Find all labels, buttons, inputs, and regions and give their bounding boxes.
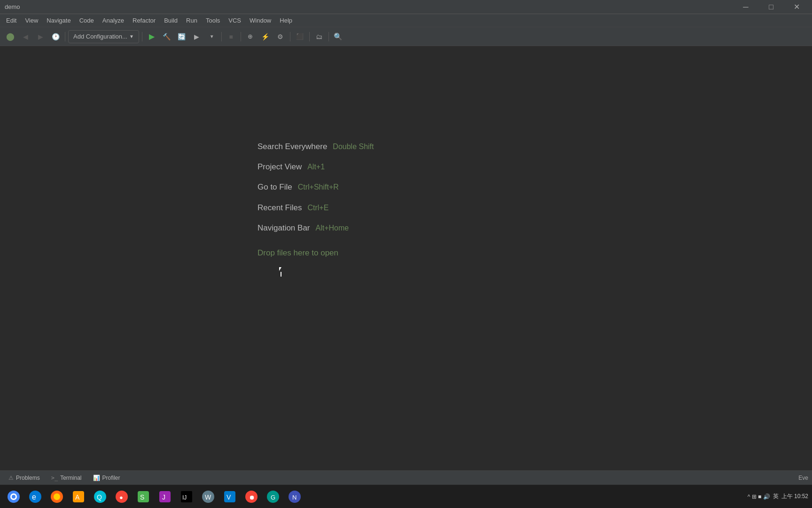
toolbar-separator-7 (328, 32, 329, 41)
toolbar-icon-left[interactable]: ⬤ (4, 30, 17, 43)
shortcut-navigation-bar[interactable]: Navigation Bar Alt+Home (258, 222, 374, 234)
taskbar-chrome[interactable] (4, 487, 23, 507)
taskbar-app7[interactable]: S (133, 487, 153, 507)
build-icon: 🔨 (163, 33, 171, 40)
problems-label: Problems (16, 475, 40, 481)
build-button[interactable]: 🔨 (160, 30, 173, 43)
settings-icon: ⚙ (277, 33, 283, 40)
svg-text:W: W (205, 493, 211, 501)
svg-text:Q: Q (97, 493, 102, 501)
menu-tools[interactable]: Tools (202, 15, 224, 26)
forward-icon: ▶ (38, 33, 43, 40)
recent-files-key: Ctrl+E (307, 202, 328, 214)
search-everywhere-button[interactable]: 🔍 (332, 30, 345, 43)
terminal-tab-icon: >_ (51, 475, 58, 481)
taskbar-edge[interactable]: e (25, 487, 45, 507)
taskbar-app6[interactable]: ● (112, 487, 132, 507)
shortcut-recent-files[interactable]: Recent Files Ctrl+E (258, 201, 374, 214)
stop-button[interactable]: ■ (225, 30, 238, 43)
stop-icon: ■ (229, 33, 233, 40)
menu-view[interactable]: View (21, 15, 42, 26)
svg-text:V: V (226, 493, 231, 501)
terminal-button[interactable]: ⬛ (293, 30, 306, 43)
menu-run[interactable]: Run (182, 15, 202, 26)
svg-point-6 (54, 493, 60, 500)
menu-vcs[interactable]: VCS (224, 15, 245, 26)
add-config-label: Add Configuration... (73, 33, 127, 40)
toolbar-separator-6 (309, 32, 310, 41)
nav-forward-button[interactable]: ▶ (34, 30, 47, 43)
close-button[interactable]: ✕ (786, 0, 807, 14)
search-everywhere-key: Double Shift (333, 141, 374, 153)
go-to-file-label: Go to File (258, 181, 292, 193)
shortcut-go-to-file[interactable]: Go to File Ctrl+Shift+R (258, 181, 374, 193)
nav-back-button[interactable]: ◀ (19, 30, 32, 43)
terminal-icon: ⬛ (296, 33, 304, 40)
taskbar-app5[interactable]: Q (90, 487, 110, 507)
project-structure-button[interactable]: 🗂 (312, 30, 326, 43)
menu-edit[interactable]: Edit (2, 15, 21, 26)
taskbar-app13[interactable]: G (263, 487, 283, 507)
svg-text:G: G (271, 494, 275, 501)
tray-icons: ^ ⊞ ■ 🔊 (748, 493, 770, 500)
profile-button[interactable]: ⚡ (259, 30, 272, 43)
drop-files-row: Drop files here to open (258, 242, 374, 259)
toolbar-separator-3 (221, 32, 222, 41)
search-everywhere-label: Search Everywhere (258, 140, 327, 153)
clock-time: 上午 10:52 (781, 492, 808, 500)
add-configuration-button[interactable]: Add Configuration... ▼ (68, 30, 139, 43)
profiler-label: Profiler (102, 475, 120, 481)
minimize-button[interactable]: ─ (735, 0, 757, 14)
main-content-area: Search Everywhere Double Shift Project V… (0, 46, 812, 470)
run-button[interactable]: ▶ (145, 30, 158, 43)
tray-lang: 英 (773, 492, 779, 500)
menu-help[interactable]: Help (275, 15, 297, 26)
recent-files-label: Recent Files (258, 201, 302, 214)
svg-text:A: A (75, 493, 80, 501)
navigation-bar-key: Alt+Home (316, 222, 349, 234)
taskbar-app10[interactable]: W (198, 487, 218, 507)
drop-files-text: Drop files here to open (258, 246, 338, 259)
problems-tab[interactable]: ⚠ Problems (4, 472, 45, 484)
svg-text:IJ: IJ (182, 494, 187, 501)
maximize-button[interactable]: □ (760, 0, 782, 14)
menu-refactor[interactable]: Refactor (128, 15, 160, 26)
taskbar-app12[interactable]: ⏺ (242, 487, 261, 507)
terminal-tab[interactable]: >_ Terminal (47, 472, 86, 484)
shortcut-project-view[interactable]: Project View Alt+1 (258, 160, 374, 173)
toolbar-separator-4 (241, 32, 241, 41)
toolbar-separator-5 (290, 32, 290, 41)
center-panel: Search Everywhere Double Shift Project V… (258, 140, 374, 259)
taskbar-firefox[interactable] (47, 487, 67, 507)
coverage-button[interactable]: ⊕ (244, 30, 257, 43)
problems-icon: ⚠ (8, 475, 14, 481)
run-config-button[interactable]: ▶ (190, 30, 203, 43)
toolbar-circle-icon: ⬤ (6, 32, 15, 41)
recent-files-icon: 🕐 (52, 33, 60, 40)
menu-build[interactable]: Build (160, 15, 182, 26)
svg-text:e: e (32, 493, 36, 501)
menu-code[interactable]: Code (75, 15, 98, 26)
svg-text:S: S (140, 493, 144, 501)
profiler-tab[interactable]: 📊 Profiler (88, 472, 125, 484)
recent-files-button[interactable]: 🕐 (49, 30, 62, 43)
run-config-dropdown-button[interactable]: ▼ (205, 30, 219, 43)
settings-button[interactable]: ⚙ (274, 30, 287, 43)
shortcut-search-everywhere[interactable]: Search Everywhere Double Shift (258, 140, 374, 153)
taskbar-app8[interactable]: J (155, 487, 175, 507)
taskbar-right: ^ ⊞ ■ 🔊 英 上午 10:52 (748, 492, 808, 500)
bottom-tool-bar: ⚠ Problems >_ Terminal 📊 Profiler Eve (0, 470, 812, 484)
taskbar-app14[interactable]: N (285, 487, 304, 507)
menu-analyze[interactable]: Analyze (98, 15, 128, 26)
title-bar-controls: ─ □ ✕ (735, 0, 807, 14)
tool-bar-right: Eve (798, 475, 808, 481)
reload-button[interactable]: 🔄 (175, 30, 188, 43)
taskbar-clock: 上午 10:52 (781, 492, 808, 500)
taskbar-app9[interactable]: IJ (177, 487, 196, 507)
taskbar-app4[interactable]: A (69, 487, 88, 507)
terminal-label: Terminal (60, 475, 81, 481)
taskbar-app11[interactable]: V (220, 487, 240, 507)
event-log-label: Eve (798, 475, 808, 481)
menu-navigate[interactable]: Navigate (42, 15, 75, 26)
menu-window[interactable]: Window (245, 15, 275, 26)
